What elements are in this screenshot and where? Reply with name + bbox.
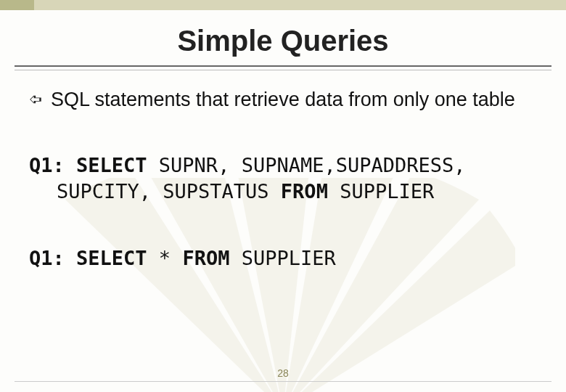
page-number: 28 <box>0 367 566 379</box>
query-label: Q1: <box>29 247 65 269</box>
title-underline-thin <box>15 70 551 70</box>
query-body: SELECT * FROM SUPPLIER <box>76 247 336 269</box>
bullet-item: ➪ SQL statements that retrieve data from… <box>29 87 537 112</box>
query-block-2: Q1: SELECT * FROM SUPPLIER <box>57 245 537 271</box>
sql-fragment: SUPPLIER <box>328 180 434 203</box>
sql-fragment: SUPPLIER <box>229 247 335 269</box>
sql-keyword: FROM <box>281 180 328 203</box>
content-area: ➪ SQL statements that retrieve data from… <box>29 87 537 312</box>
query-body: SELECT SUPNR, SUPNAME,SUPADDRESS, SUPCIT… <box>57 154 466 203</box>
footer-rule <box>15 381 551 382</box>
sql-keyword: FROM <box>182 247 229 269</box>
sql-fragment: * <box>147 247 183 269</box>
sql-keyword: SELECT <box>76 247 147 269</box>
query-label: Q1: <box>29 154 65 176</box>
bullet-text: SQL statements that retrieve data from o… <box>51 87 515 112</box>
bullet-arrow-icon: ➪ <box>29 87 42 112</box>
top-accent-bar <box>0 0 566 10</box>
query-block-1: Q1: SELECT SUPNR, SUPNAME,SUPADDRESS, SU… <box>57 152 537 205</box>
title-underline <box>15 65 551 67</box>
sql-keyword: SELECT <box>76 154 147 176</box>
slide-title: Simple Queries <box>0 25 566 57</box>
